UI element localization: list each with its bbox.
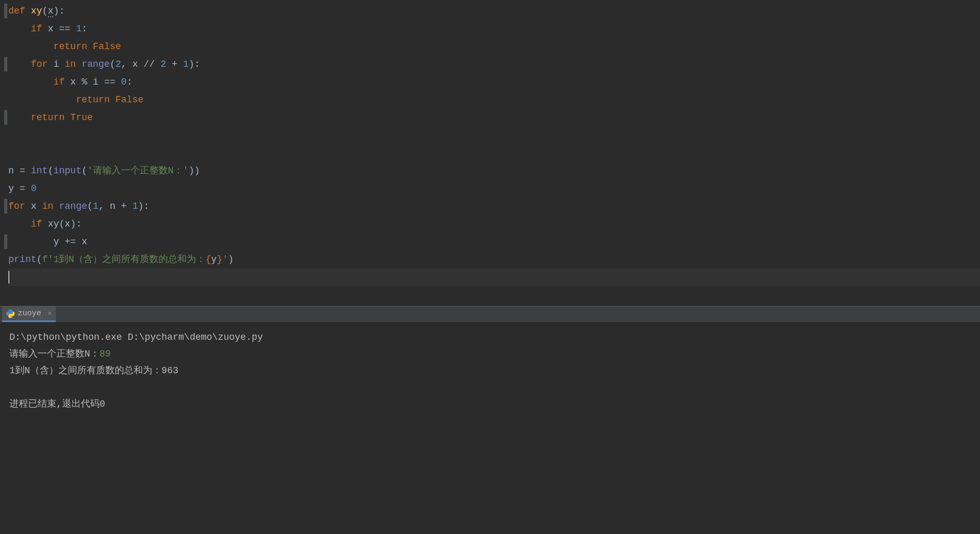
console-line-3: 1到N（含）之间所有质数的总和为：963: [9, 362, 971, 379]
user-input: 89: [100, 349, 111, 359]
console-line-2: 请输入一个正整数N：89: [9, 346, 971, 362]
run-console[interactable]: D:\python\python.exe D:\pycharm\demo\zuo…: [0, 323, 980, 419]
code-line-2[interactable]: if x == 1:: [8, 20, 980, 38]
code-line-1[interactable]: def xy(x):: [8, 2, 980, 20]
code-line-16[interactable]: [8, 268, 980, 286]
code-editor[interactable]: def xy(x): if x == 1: return False for i…: [0, 0, 980, 306]
run-panel-tabs: zuoye ×: [0, 306, 980, 323]
console-line-5: 进程已结束,退出代码0: [9, 396, 971, 412]
code-line-5[interactable]: if x % i == 0:: [8, 73, 980, 91]
console-line-1: D:\python\python.exe D:\pycharm\demo\zuo…: [9, 329, 971, 346]
code-line-8[interactable]: [8, 126, 980, 144]
console-line-4: [9, 379, 971, 396]
code-line-15[interactable]: print(f'1到N（含）之间所有质数的总和为：{y}'): [8, 251, 980, 268]
close-icon[interactable]: ×: [47, 310, 52, 318]
code-line-10[interactable]: n = int(input('请输入一个正整数N：')): [8, 162, 980, 180]
code-line-9[interactable]: [8, 144, 980, 162]
tab-zuoye[interactable]: zuoye ×: [2, 306, 56, 322]
python-icon: [6, 310, 15, 318]
code-line-13[interactable]: if xy(x):: [8, 215, 980, 233]
code-line-11[interactable]: y = 0: [8, 180, 980, 197]
tab-label: zuoye: [18, 309, 41, 318]
cursor-icon: [8, 271, 9, 283]
code-line-3[interactable]: return False: [8, 38, 980, 55]
code-line-14[interactable]: y += x: [8, 233, 980, 251]
code-line-4[interactable]: for i in range(2, x // 2 + 1):: [8, 55, 980, 73]
code-line-12[interactable]: for x in range(1, n + 1):: [8, 197, 980, 215]
code-line-7[interactable]: return True: [8, 109, 980, 126]
code-line-6[interactable]: return False: [8, 91, 980, 109]
